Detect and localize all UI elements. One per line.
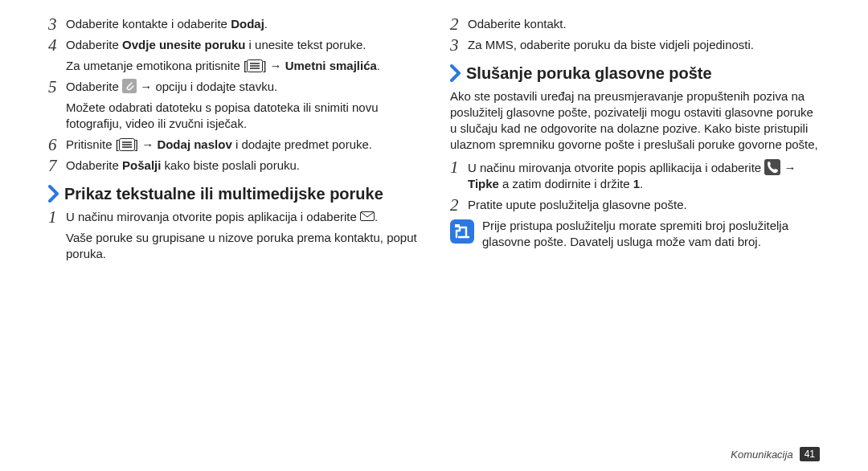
- step-body: Odaberite Ovdje unesite poruku i unesite…: [66, 37, 418, 74]
- text: Pritisnite [: [66, 137, 119, 151]
- text: Odaberite: [66, 158, 122, 172]
- right-column: 2 Odaberite kontakt. 3 Za MMS, odaberite…: [450, 16, 820, 463]
- step-number: 7: [48, 158, 66, 174]
- step-number: 3: [48, 16, 66, 32]
- text: .: [640, 177, 643, 190]
- step-number: 2: [450, 16, 468, 32]
- bold: Ovdje unesite poruku: [122, 38, 245, 51]
- step-body: U načinu mirovanja otvorite popis aplika…: [66, 209, 418, 262]
- text: U načinu mirovanja otvorite popis aplika…: [66, 210, 360, 223]
- step-body: U načinu mirovanja otvorite popis apllik…: [468, 159, 820, 192]
- page-number: 41: [800, 447, 820, 461]
- left-column: 3 Odaberite kontakte i odaberite Dodaj. …: [48, 16, 418, 463]
- step-body: Za MMS, odaberite poruku da biste vidjel…: [468, 37, 820, 53]
- bold: Dodaj: [231, 17, 264, 31]
- step-4: 4 Odaberite Ovdje unesite poruku i unesi…: [48, 37, 418, 74]
- step-1-voicemail: 1 U načinu mirovanja otvorite popis apll…: [450, 159, 820, 192]
- step-3: 3 Odaberite kontakte i odaberite Dodaj.: [48, 16, 418, 32]
- step-2-voicemail: 2 Pratite upute poslužitelja glasovne po…: [450, 197, 820, 213]
- step-1-view: 1 U načinu mirovanja otvorite popis apli…: [48, 209, 418, 262]
- text: U načinu mirovanja otvorite popis apllik…: [468, 161, 764, 174]
- step-7: 7 Odaberite Pošalji kako biste poslali p…: [48, 158, 418, 174]
- bold: 1: [633, 177, 640, 190]
- text: Odaberite: [66, 38, 122, 51]
- text: Vaše poruke su grupisane u nizove poruka…: [66, 230, 418, 262]
- step-body: Odaberite → opciju i dodajte stavku. Mož…: [66, 79, 418, 132]
- text: .: [375, 210, 378, 223]
- bold: Tipke: [468, 177, 499, 190]
- text: kako biste poslali poruku.: [161, 158, 300, 172]
- menu-icon: [119, 138, 135, 151]
- heading-text: Prikaz tekstualne ili multimedijske poru…: [64, 185, 383, 203]
- section-heading-view-messages: Prikaz tekstualne ili multimedijske poru…: [48, 185, 418, 203]
- bold: Umetni smajlića: [285, 59, 377, 72]
- step-number: 3: [450, 37, 468, 53]
- voicemail-intro: Ako ste postavili uređaj na preusmjerava…: [450, 88, 820, 153]
- messaging-icon: [360, 211, 375, 223]
- step-number: 1: [48, 209, 66, 225]
- svg-rect-9: [455, 224, 460, 227]
- step-body: Odaberite kontakte i odaberite Dodaj.: [66, 16, 418, 32]
- step-number: 2: [450, 197, 468, 213]
- step-6: 6 Pritisnite [] → Dodaj naslov i dodajte…: [48, 137, 418, 153]
- section-heading-voicemail: Slušanje poruka glasovne pošte: [450, 64, 820, 82]
- info-note-icon: [450, 219, 474, 244]
- text: a zatim dodirnite i držite: [499, 177, 633, 190]
- page-footer: Komunikacija 41: [731, 447, 820, 461]
- step-3-right: 3 Za MMS, odaberite poruku da biste vidj…: [450, 37, 820, 53]
- text: Za umetanje emotikona pritisnite [: [66, 59, 247, 72]
- step-body: Pratite upute poslužitelja glasovne pošt…: [468, 197, 820, 213]
- text: Možete odabrati datoteku s popisa datote…: [66, 100, 418, 132]
- step-body: Pritisnite [] → Dodaj naslov i dodajte p…: [66, 137, 418, 153]
- text: → opciju i dodajte stavku.: [137, 80, 277, 93]
- text: →: [784, 161, 796, 174]
- text: i dodajte predmet poruke.: [232, 137, 372, 151]
- attach-icon: [122, 79, 137, 93]
- heading-text: Slušanje poruka glasovne pošte: [466, 64, 712, 82]
- menu-icon: [247, 59, 263, 72]
- step-number: 5: [48, 79, 66, 95]
- text: ] →: [135, 137, 158, 151]
- text: .: [377, 59, 380, 72]
- chevron-right-icon: [450, 64, 461, 82]
- text: ] →: [263, 59, 285, 72]
- step-2-right: 2 Odaberite kontakt.: [450, 16, 820, 32]
- text: .: [264, 17, 268, 31]
- note-text: Prije pristupa poslužitelju morate sprem…: [482, 218, 820, 250]
- bold: Pošalji: [122, 158, 161, 172]
- step-number: 6: [48, 137, 66, 153]
- step-number: 4: [48, 37, 66, 53]
- step-body: Odaberite Pošalji kako biste poslali por…: [66, 158, 418, 174]
- text: i unesite tekst poruke.: [245, 38, 366, 51]
- step-body: Odaberite kontakt.: [468, 16, 820, 32]
- text: Odaberite: [66, 80, 122, 93]
- text: Odaberite kontakte i odaberite: [66, 17, 231, 31]
- step-5: 5 Odaberite → opciju i dodajte stavku. M…: [48, 79, 418, 132]
- bold: Dodaj naslov: [157, 137, 231, 151]
- note-block: Prije pristupa poslužitelju morate sprem…: [450, 218, 820, 250]
- step-number: 1: [450, 159, 468, 175]
- chevron-right-icon: [48, 185, 59, 203]
- footer-section: Komunikacija: [731, 448, 792, 461]
- phone-icon: [764, 159, 780, 175]
